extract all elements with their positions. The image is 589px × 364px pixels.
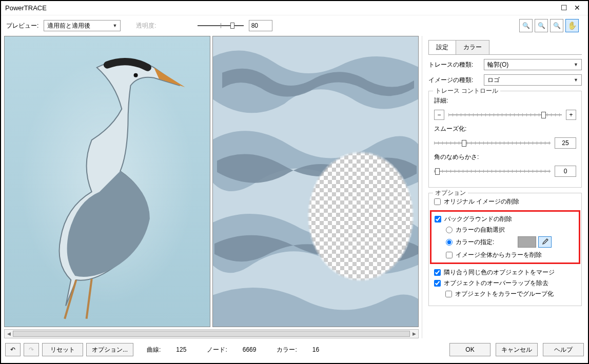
trace-control-legend: トレース コントロール: [433, 87, 500, 95]
opt-merge-adjacent[interactable]: 隣り合う同じ色のオブジェクトをマージ: [434, 268, 555, 277]
window-title: PowerTRACE: [5, 1, 47, 15]
tabs: 設定 カラー: [428, 40, 582, 55]
trace-type-label: トレースの種類:: [428, 60, 480, 69]
corner-label: 角のなめらかさ:: [434, 153, 576, 161]
ok-button[interactable]: OK: [449, 343, 490, 356]
detail-slider[interactable]: [448, 109, 562, 120]
opt-color-spec-radio[interactable]: [446, 239, 453, 246]
status-stats: 曲線:125 ノード:6669 カラー:16: [147, 346, 446, 354]
opt-group-by-color-checkbox[interactable]: [445, 291, 452, 297]
opt-remove-overlap-checkbox[interactable]: [434, 280, 441, 287]
preview-mode-value: 適用前と適用後: [47, 22, 90, 30]
trace-type-combo[interactable]: 輪郭(O) ▼: [484, 59, 582, 70]
image-type-combo[interactable]: ロゴ ▼: [484, 74, 582, 86]
opt-merge-adjacent-checkbox[interactable]: [434, 269, 441, 276]
opt-remove-from-whole-checkbox[interactable]: [446, 252, 453, 258]
corner-slider[interactable]: [434, 166, 551, 177]
smooth-slider[interactable]: [434, 137, 551, 149]
cancel-button[interactable]: キャンセル: [496, 343, 538, 356]
chevron-down-icon: ▼: [574, 77, 578, 83]
transparency-checker: [213, 36, 418, 327]
colors-label: カラー:: [277, 346, 297, 354]
zoom-fit-button[interactable]: 🔍: [550, 19, 563, 32]
opt-delete-original-checkbox[interactable]: [434, 198, 441, 205]
zoom-fit-icon: 🔍: [553, 22, 561, 29]
opt-group-by-color[interactable]: オブジェクトをカラーでグループ化: [434, 290, 554, 298]
opt-color-spec[interactable]: カラーの指定:: [446, 236, 552, 248]
smooth-value[interactable]: 25: [555, 137, 576, 149]
nodes-value: 6669: [243, 346, 257, 353]
tab-color[interactable]: カラー: [456, 40, 489, 54]
heron-original-svg: [5, 36, 210, 327]
undo-button[interactable]: ↶: [5, 343, 21, 356]
zoom-in-button[interactable]: 🔍: [519, 19, 533, 32]
help-button[interactable]: ヘルプ: [543, 343, 584, 356]
scroll-left-icon[interactable]: ◀: [5, 330, 13, 338]
heron-traced-svg: [213, 327, 418, 327]
svg-point-0: [134, 73, 138, 77]
undo-icon: ↶: [10, 346, 15, 353]
opt-color-auto-radio[interactable]: [446, 227, 453, 233]
redo-button[interactable]: ↷: [24, 343, 39, 356]
preview-label: プレビュー:: [6, 22, 38, 30]
trace-type-value: 輪郭(O): [487, 60, 508, 69]
maximize-button[interactable]: ☐: [557, 3, 571, 13]
chevron-down-icon: ▼: [574, 62, 578, 67]
opacity-value[interactable]: 80: [249, 20, 272, 31]
preview-images: [4, 36, 419, 327]
horizontal-scrollbar[interactable]: ◀ ▶: [4, 329, 419, 338]
opt-delete-original[interactable]: オリジナル イメージの削除: [434, 197, 519, 206]
smooth-label: スムーズ化:: [434, 125, 576, 133]
options-legend: オプション: [433, 189, 468, 197]
opt-color-auto[interactable]: カラーの自動選択: [446, 226, 505, 234]
zoom-out-button[interactable]: 🔍: [535, 19, 548, 32]
detail-plus-button[interactable]: +: [566, 110, 576, 120]
after-image[interactable]: [212, 36, 419, 327]
eyedropper-button[interactable]: [538, 236, 552, 248]
tab-settings[interactable]: 設定: [428, 40, 456, 54]
curves-value: 125: [176, 346, 186, 353]
close-button[interactable]: ✕: [571, 3, 584, 13]
bg-color-well[interactable]: [518, 236, 536, 248]
pan-button[interactable]: ✋: [565, 19, 579, 32]
zoom-out-icon: 🔍: [538, 22, 545, 29]
opt-delete-bg-checkbox[interactable]: [435, 216, 441, 223]
trace-control-fieldset: トレース コントロール 詳細: − + スムーズ化: 25 角のなめらかさ:: [428, 91, 582, 188]
curves-label: 曲線:: [147, 346, 161, 354]
toolbar: プレビュー: 適用前と適用後 ▼ 透明度: 80 🔍 🔍 🔍 ✋: [1, 15, 588, 36]
chevron-down-icon: ▼: [112, 23, 117, 28]
hand-icon: ✋: [567, 21, 577, 30]
scroll-thumb[interactable]: [13, 331, 410, 337]
nodes-label: ノード:: [207, 346, 227, 354]
image-type-label: イメージの種類:: [428, 76, 480, 85]
before-image[interactable]: [4, 36, 210, 327]
eyedropper-icon: [541, 238, 548, 246]
zoom-group: 🔍 🔍 🔍 ✋: [519, 19, 579, 32]
scroll-right-icon[interactable]: ▶: [410, 330, 418, 338]
redo-icon: ↷: [29, 346, 34, 353]
highlighted-box: バックグラウンドの削除 カラーの自動選択 カラーの指定:: [430, 210, 580, 264]
zoom-in-icon: 🔍: [522, 22, 530, 29]
preview-pane: ◀ ▶: [1, 36, 422, 338]
detail-label: 詳細:: [434, 96, 576, 105]
options-fieldset: オプション オリジナル イメージの削除 バックグラウンドの削除 カラーの自動選択: [428, 193, 582, 306]
preview-mode-combo[interactable]: 適用前と適用後 ▼: [44, 20, 121, 31]
opt-delete-bg[interactable]: バックグラウンドの削除: [435, 215, 512, 224]
opacity-label: 透明度:: [136, 22, 156, 30]
opt-remove-from-whole[interactable]: イメージ全体からカラーを削除: [446, 251, 542, 259]
options-button[interactable]: オプション...: [86, 343, 133, 356]
opacity-slider[interactable]: [198, 20, 244, 31]
opt-remove-overlap[interactable]: オブジェクトのオーバーラップを除去: [434, 279, 548, 288]
corner-value[interactable]: 0: [555, 166, 576, 177]
image-type-value: ロゴ: [487, 76, 500, 85]
detail-minus-button[interactable]: −: [434, 110, 444, 120]
bottom-bar: ↶ ↷ リセット オプション... 曲線:125 ノード:6669 カラー:16…: [5, 340, 584, 359]
reset-button[interactable]: リセット: [42, 343, 83, 356]
window-buttons: ☐ ✕: [557, 3, 584, 13]
side-panel: 設定 カラー トレースの種類: 輪郭(O) ▼ イメージの種類: ロゴ ▼ トレ…: [422, 36, 588, 338]
colors-value: 16: [312, 346, 319, 353]
title-bar: PowerTRACE ☐ ✕: [1, 1, 588, 15]
main-area: ◀ ▶ 設定 カラー トレースの種類: 輪郭(O) ▼ イメージの種類: ロゴ …: [1, 36, 588, 338]
